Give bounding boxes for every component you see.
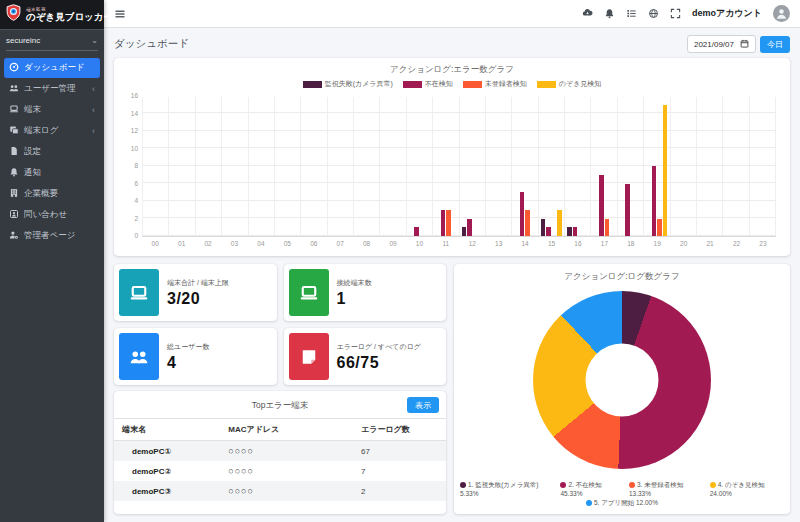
column-header-device-name: 端末名 <box>114 419 220 441</box>
legend-item[interactable]: 4. のぞき見検知 24.00% <box>710 481 784 497</box>
company-select-value: secureinc <box>6 36 40 45</box>
sidebar-item-label: 端末 <box>24 104 41 116</box>
legend-label: 未登録者検知 <box>485 79 527 89</box>
table-row[interactable]: demoPC③ ○○○○ 2 <box>114 481 446 501</box>
legend-label: 1. 監視失敗(カメラ異常) 5.33% <box>460 481 539 497</box>
legend-item[interactable]: 監視失敗(カメラ異常) <box>303 79 393 89</box>
legend-item[interactable]: 2. 不在検知 45.33% <box>560 481 622 497</box>
bell-icon[interactable] <box>604 8 615 19</box>
sidebar-item-contact[interactable]: 問い合わせ <box>4 205 100 225</box>
legend-label: 3. 未登録者検知 13.33% <box>629 481 683 497</box>
bar-group-hour-15 <box>538 97 564 236</box>
mac-address: ○○○○ <box>220 441 353 462</box>
legend-item[interactable]: 不在検知 <box>403 79 453 89</box>
legend-dot <box>560 482 566 488</box>
bar-group-hour-06 <box>300 97 326 236</box>
sidebar-menu: ダッシュボード ユーザー管理 ‹ 端末 ‹ 端末ログ ‹ 設定 通知 企業概要 <box>0 55 104 250</box>
today-button[interactable]: 今日 <box>760 36 790 53</box>
fullscreen-expand-icon[interactable] <box>670 8 681 19</box>
laptop-icon <box>9 104 19 116</box>
y-tick-label: 8 <box>134 162 138 169</box>
sidebar-item-settings[interactable]: 設定 <box>4 142 100 162</box>
x-tick-label: 07 <box>327 240 353 247</box>
legend-swatch <box>303 81 322 88</box>
legend-item[interactable]: 5. アプリ開始 12.00% <box>586 499 658 508</box>
legend-swatch <box>463 81 482 88</box>
bar-chart-title: アクションログ:エラー数グラフ <box>122 64 782 76</box>
sidebar-item-dashboard[interactable]: ダッシュボード <box>4 58 100 78</box>
legend-item[interactable]: 3. 未登録者検知 13.33% <box>629 481 703 497</box>
sidebar-item-label: 管理者ページ <box>24 230 75 242</box>
legend-item[interactable]: 未登録者検知 <box>463 79 527 89</box>
sidebar-item-devices[interactable]: 端末 ‹ <box>4 100 100 120</box>
table-row[interactable]: demoPC① ○○○○ 67 <box>114 441 446 462</box>
bar-chart-legend: 監視失敗(カメラ異常) 不在検知 未登録者検知 のぞき見検知 <box>122 79 782 89</box>
y-tick-label: 4 <box>134 197 138 204</box>
company-select[interactable]: secureinc ⌄ <box>6 36 98 51</box>
x-tick-label: 16 <box>565 240 591 247</box>
legend-item[interactable]: のぞき見検知 <box>537 79 602 89</box>
y-tick-label: 16 <box>131 92 138 99</box>
bar-group-hour-07 <box>327 97 353 236</box>
page-title: ダッシュボード <box>114 37 189 51</box>
legend-item[interactable]: 1. 監視失敗(カメラ異常) 5.33% <box>460 481 553 497</box>
bar-のぞき見検知 <box>557 210 562 236</box>
sidebar-item-label: ダッシュボード <box>24 62 85 74</box>
bar-group-hour-04 <box>248 97 274 236</box>
bar-group-hour-14 <box>511 97 537 236</box>
x-tick-label: 10 <box>406 240 432 247</box>
sidebar-item-device-logs[interactable]: 端末ログ ‹ <box>4 121 100 141</box>
x-tick-label: 03 <box>221 240 247 247</box>
bar-未登録者検知 <box>605 219 610 237</box>
account-name[interactable]: demoアカウント <box>692 7 762 20</box>
dashboard-gauge-icon <box>9 62 19 74</box>
legend-label: 監視失敗(カメラ異常) <box>325 79 393 89</box>
donut-chart-title: アクションログ:ログ数グラフ <box>460 271 784 283</box>
sidebar-item-notifications[interactable]: 通知 <box>4 163 100 183</box>
legend-label: 2. 不在検知 45.33% <box>560 481 601 497</box>
date-input[interactable]: 2021/09/07 <box>687 35 756 53</box>
sidebar-item-label: 端末ログ <box>24 125 58 137</box>
x-tick-label: 08 <box>353 240 379 247</box>
device-log-icon <box>9 125 19 137</box>
bar-group-hour-17 <box>590 97 616 236</box>
bar-のぞき見検知 <box>663 105 668 236</box>
hamburger-menu-icon[interactable] <box>114 8 126 20</box>
bar-group-hour-18 <box>617 97 643 236</box>
stat-card-device-total: 端末合計 / 端末上限 3/20 <box>114 264 277 321</box>
x-tick-label: 15 <box>538 240 564 247</box>
avatar[interactable] <box>773 5 790 22</box>
brand[interactable]: 端末監視 のぞき見ブロッカー <box>0 0 104 30</box>
top-navbar: demoアカウント <box>104 0 800 28</box>
bar-不在検知 <box>625 184 630 237</box>
legend-dot <box>629 482 635 488</box>
bar-group-hour-03 <box>221 97 247 236</box>
x-tick-label: 09 <box>380 240 406 247</box>
contact-person-icon <box>9 209 19 221</box>
bar-不在検知 <box>414 227 419 236</box>
calendar-icon[interactable] <box>740 39 749 50</box>
chevron-left-icon: ‹ <box>92 85 95 94</box>
chevron-left-icon: ‹ <box>92 127 95 136</box>
laptop-icon <box>289 269 329 316</box>
bar-group-hour-05 <box>274 97 300 236</box>
bar-group-hour-02 <box>195 97 221 236</box>
table-row[interactable]: demoPC② ○○○○ 7 <box>114 461 446 481</box>
main-area: demoアカウント ダッシュボード 2021/09/07 今日 アクションログ:… <box>104 0 800 522</box>
x-tick-label: 13 <box>485 240 511 247</box>
sidebar-item-user-management[interactable]: ユーザー管理 ‹ <box>4 79 100 99</box>
top-error-devices-table: 端末名 MACアドレス エラーログ数 demoPC① ○○○○ 67 <box>114 418 446 501</box>
show-button[interactable]: 表示 <box>407 397 439 413</box>
error-bar-chart-card: アクションログ:エラー数グラフ 監視失敗(カメラ異常) 不在検知 未登録者検知 … <box>114 58 790 256</box>
building-icon <box>9 188 19 200</box>
task-list-icon[interactable] <box>626 8 637 19</box>
y-tick-label: 12 <box>131 127 138 134</box>
bar-group-hour-20 <box>670 97 696 236</box>
x-tick-label: 12 <box>459 240 485 247</box>
legend-label: のぞき見検知 <box>559 79 602 89</box>
globe-icon[interactable] <box>648 8 659 19</box>
sidebar-item-company-overview[interactable]: 企業概要 <box>4 184 100 204</box>
cloud-download-icon[interactable] <box>582 8 593 19</box>
sidebar-item-admin-page[interactable]: 管理者ページ <box>4 226 100 246</box>
bar-group-hour-22 <box>722 97 748 236</box>
